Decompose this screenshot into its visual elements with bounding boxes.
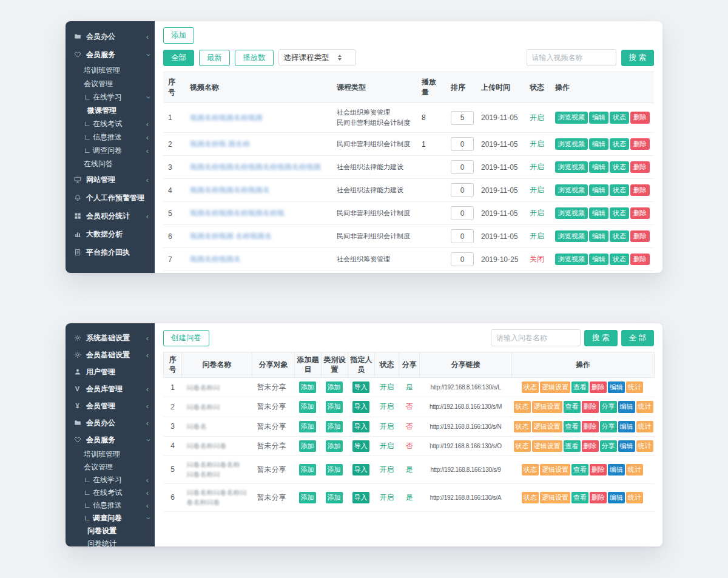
sort-input[interactable] (451, 183, 474, 197)
sidebar-item-info-push[interactable]: ∟ 信息推送 ‹ (66, 130, 155, 144)
stats-button[interactable]: 统计 (636, 401, 653, 412)
edit-button[interactable]: 编辑 (618, 421, 635, 432)
edit-button[interactable]: 编辑 (618, 401, 635, 412)
sidebar-item-member-points[interactable]: 会员积分统计 ‹ (66, 207, 155, 225)
blurred-survey-name[interactable]: 问卷名称问卷名称问 卷名称问卷 (187, 488, 247, 508)
sort-input[interactable] (451, 160, 474, 174)
logic-settings-button[interactable]: 逻辑设置 (540, 381, 570, 393)
view-video-button[interactable]: 浏览视频 (555, 207, 588, 219)
view-video-button[interactable]: 浏览视频 (555, 254, 588, 265)
blurred-video-name[interactable]: 视频名称视频名称视频 (190, 113, 263, 123)
view-button[interactable]: 查看 (571, 492, 588, 503)
edit-button[interactable]: 编辑 (589, 207, 608, 219)
status-button[interactable]: 状态 (610, 207, 629, 219)
status-button[interactable]: 状态 (610, 112, 629, 123)
status-button[interactable]: 状态 (522, 381, 539, 393)
share-link[interactable]: http://192.168.8.166:130/s/9 (420, 455, 512, 483)
delete-button[interactable]: 删除 (582, 401, 599, 412)
delete-button[interactable]: 删除 (630, 112, 650, 123)
blurred-video-name[interactable]: 视频名称视频 名称视频名 (190, 231, 272, 241)
sidebar-item-online-qa[interactable]: 在线问答 (66, 157, 155, 170)
sidebar-item-member-settings[interactable]: 会员基础设置 ‹ (66, 346, 155, 363)
delete-button[interactable]: 删除 (590, 381, 607, 393)
category-setting-button[interactable]: 添加 (326, 381, 343, 393)
import-personnel-button[interactable]: 导入 (352, 401, 369, 412)
view-button[interactable]: 查看 (564, 401, 581, 412)
import-personnel-button[interactable]: 导入 (352, 464, 369, 476)
logic-settings-button[interactable]: 逻辑设置 (532, 440, 562, 452)
all-button[interactable]: 全 部 (621, 330, 654, 346)
delete-button[interactable]: 删除 (582, 440, 599, 452)
share-link[interactable]: http://192.168.8.166:130/s/M (420, 397, 512, 417)
sidebar-item-member-office[interactable]: 会员办公 ‹ (66, 414, 155, 431)
category-setting-button[interactable]: 添加 (326, 464, 343, 476)
view-button[interactable]: 查看 (571, 464, 588, 476)
stats-button[interactable]: 统计 (626, 381, 643, 393)
logic-settings-button[interactable]: 逻辑设置 (532, 421, 562, 432)
view-video-button[interactable]: 浏览视频 (555, 138, 588, 150)
sort-input[interactable] (451, 229, 474, 243)
sort-input[interactable] (451, 137, 474, 151)
blurred-survey-name[interactable]: 问卷名称问 (187, 402, 220, 412)
add-button[interactable]: 添加 (163, 27, 194, 44)
blurred-video-name[interactable]: 视频名称视频名 (190, 254, 241, 264)
edit-button[interactable]: 编辑 (589, 184, 608, 196)
sidebar-item-website-mgmt[interactable]: 网站管理 ‹ (66, 170, 155, 189)
blurred-video-name[interactable]: 视频名称视频名称视频名 (190, 185, 270, 195)
sidebar-item-system-settings[interactable]: 系统基础设置 ‹ (66, 329, 155, 346)
import-personnel-button[interactable]: 导入 (352, 381, 369, 393)
sidebar-item-online-learning[interactable]: ∟ 在线学习 ‹ (66, 474, 155, 486)
search-button[interactable]: 搜 索 (621, 50, 654, 66)
video-search-input[interactable] (527, 49, 616, 66)
sidebar-item-survey[interactable]: ∟ 调查问卷 ‹ (66, 512, 155, 525)
logic-settings-button[interactable]: 逻辑设置 (532, 401, 562, 412)
sidebar-item-online-exam[interactable]: ∟ 在线考试 ‹ (66, 117, 155, 130)
status-button[interactable]: 状态 (522, 492, 539, 503)
sidebar-item-platform-receipt[interactable]: 平台推介回执 (66, 243, 155, 261)
stats-button[interactable]: 统计 (626, 492, 643, 503)
category-setting-button[interactable]: 添加 (326, 421, 343, 432)
edit-button[interactable]: 编辑 (589, 161, 608, 173)
status-button[interactable]: 状态 (610, 184, 629, 196)
filter-newest-button[interactable]: 最新 (199, 50, 230, 66)
status-button[interactable]: 状态 (610, 138, 629, 150)
delete-button[interactable]: 删除 (630, 207, 650, 219)
blurred-video-name[interactable]: 视频名称视频名称视频名称视 (190, 208, 285, 218)
import-personnel-button[interactable]: 导入 (352, 421, 369, 432)
view-video-button[interactable]: 浏览视频 (555, 112, 588, 123)
sidebar-item-meeting-mgmt[interactable]: 会议管理 (66, 77, 155, 90)
status-button[interactable]: 状态 (514, 401, 531, 412)
logic-settings-button[interactable]: 逻辑设置 (540, 492, 570, 503)
sidebar-item-training-mgmt[interactable]: 培训班管理 (66, 64, 155, 77)
blurred-video-name[interactable]: 视频名称视 频名称 (190, 139, 250, 149)
share-link[interactable]: http://192.168.8.166:130/s/N (420, 417, 512, 436)
view-video-button[interactable]: 浏览视频 (555, 230, 588, 242)
edit-button[interactable]: 编辑 (589, 138, 608, 150)
edit-button[interactable]: 编辑 (608, 464, 625, 476)
survey-search-input[interactable] (491, 329, 581, 346)
sidebar-item-big-data[interactable]: 大数据分析 (66, 225, 155, 243)
category-setting-button[interactable]: 添加 (326, 440, 343, 452)
sidebar-item-user-mgmt[interactable]: 用户管理 (66, 363, 155, 380)
share-link[interactable]: http://192.168.8.166:130/s/A (420, 483, 512, 511)
logic-settings-button[interactable]: 逻辑设置 (540, 464, 570, 476)
stats-button[interactable]: 统计 (636, 440, 653, 452)
course-type-select[interactable]: 选择课程类型 (278, 49, 356, 66)
share-button[interactable]: 分享 (600, 440, 617, 452)
edit-button[interactable]: 编辑 (608, 381, 625, 393)
delete-button[interactable]: 删除 (630, 161, 650, 173)
edit-button[interactable]: 编辑 (618, 440, 635, 452)
delete-button[interactable]: 删除 (630, 138, 650, 150)
sidebar-item-training-mgmt[interactable]: 培训班管理 (66, 448, 155, 461)
edit-button[interactable]: 编辑 (589, 230, 608, 242)
add-question-button[interactable]: 添加 (299, 381, 316, 393)
status-button[interactable]: 状态 (610, 161, 629, 173)
delete-button[interactable]: 删除 (630, 254, 650, 265)
sidebar-item-member-service[interactable]: 会员服务 ‹ (66, 45, 155, 64)
sidebar-item-info-push[interactable]: ∟ 信息推送 ‹ (66, 499, 155, 512)
filter-all-button[interactable]: 全部 (163, 50, 194, 66)
sidebar-item-member-mgmt[interactable]: ¥ 会员管理 ‹ (66, 397, 155, 414)
sidebar-item-personal-warning[interactable]: 个人工作预警管理 (66, 189, 155, 207)
status-button[interactable]: 状态 (514, 440, 531, 452)
status-button[interactable]: 状态 (522, 464, 539, 476)
